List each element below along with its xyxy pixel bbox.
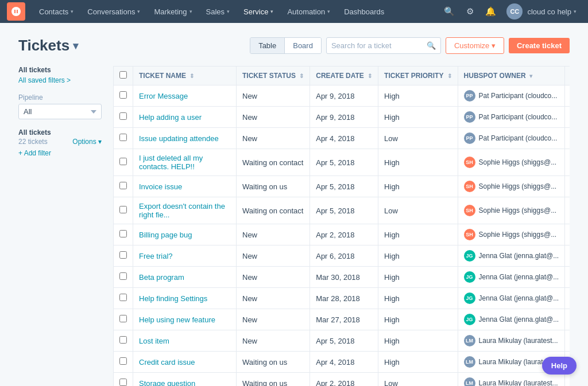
ticket-status-cell: Waiting on us <box>237 373 310 387</box>
ticket-name-cell: Help finding Settings <box>133 288 237 309</box>
ticket-name-link[interactable]: Storage question <box>139 379 195 387</box>
row-checkbox[interactable] <box>119 357 127 365</box>
ticket-name-link[interactable]: Beta program <box>139 273 184 282</box>
owner-avatar: LM <box>464 335 475 346</box>
owner-cell: LMLaura Mikulay (lauratest... <box>464 377 559 386</box>
select-all-checkbox-header[interactable] <box>114 67 133 85</box>
pipeline-select[interactable]: All Support Pipeline Sales Pipeline <box>18 104 102 119</box>
notifications-icon-button[interactable]: 🔔 <box>481 2 500 21</box>
table-header: TICKET NAME ⇕ TICKET STATUS ⇕ CREATE DAT… <box>114 67 570 85</box>
owner-avatar: PP <box>464 111 475 123</box>
ticket-status-cell: New <box>237 245 310 267</box>
ticket-name-link[interactable]: I just deleted all my contacts. HELP!! <box>139 154 203 171</box>
ticket-owner-cell: SHSophie Higgs (shiggs@... <box>458 176 565 197</box>
row-checkbox-cell <box>114 85 133 107</box>
owner-name: Sophie Higgs (shiggs@... <box>479 158 557 166</box>
nav-item-marketing[interactable]: Marketing ▾ <box>147 0 199 23</box>
owner-avatar: LM <box>464 377 475 386</box>
table-view-button[interactable]: Table <box>250 38 285 53</box>
settings-icon-button[interactable]: ⚙ <box>461 2 479 21</box>
ticket-name-link[interactable]: Billing page bug <box>139 231 192 239</box>
owner-name: Sophie Higgs (shiggs@... <box>479 231 557 239</box>
board-view-button[interactable]: Board <box>285 38 321 53</box>
search-input[interactable] <box>331 38 423 53</box>
row-checkbox[interactable] <box>119 294 127 301</box>
row-checkbox[interactable] <box>119 379 127 386</box>
nav-item-automation[interactable]: Automation ▾ <box>280 0 337 23</box>
ticket-name-cell: Issue updating attendee <box>133 128 237 149</box>
ticket-create-date-cell: Apr 4, 2018 <box>310 352 378 373</box>
ticket-priority-cell: High <box>378 85 458 107</box>
nav-item-service[interactable]: Service ▾ <box>237 0 280 23</box>
row-checkbox[interactable] <box>119 251 127 259</box>
ticket-name-link[interactable]: Export doesn't contain the right fie... <box>139 202 225 219</box>
select-all-checkbox[interactable] <box>119 71 127 79</box>
ticket-owner-cell: PPPat Participant (cloudco... <box>458 85 565 107</box>
table-row: Help using new featureNewMar 27, 2018Hig… <box>114 309 570 330</box>
row-checkbox[interactable] <box>119 230 127 237</box>
ticket-engage-cell: - <box>565 176 570 197</box>
col-header-ticket-priority[interactable]: TICKET PRIORITY ⇕ <box>378 67 458 85</box>
chevron-down-icon: ▾ <box>270 9 273 14</box>
ticket-name-link[interactable]: Issue updating attendee <box>139 134 219 143</box>
row-checkbox[interactable] <box>119 182 127 189</box>
chevron-down-icon: ▾ <box>574 9 577 14</box>
row-checkbox[interactable] <box>119 206 127 213</box>
row-checkbox[interactable] <box>119 158 127 165</box>
ticket-name-link[interactable]: Free trial? <box>139 252 173 260</box>
row-checkbox[interactable] <box>119 315 127 322</box>
row-checkbox[interactable] <box>119 272 127 280</box>
owner-cell: JGJenna Glat (jenna.glat@... <box>464 293 559 304</box>
ticket-name-link[interactable]: Lost item <box>139 337 169 345</box>
owner-avatar: JG <box>464 250 475 262</box>
ticket-priority-cell: Low <box>378 197 458 224</box>
ticket-owner-cell: SHSophie Higgs (shiggs@... <box>458 149 565 176</box>
help-button[interactable]: Help <box>542 357 577 375</box>
ticket-name-cell: Invoice issue <box>133 176 237 197</box>
options-link[interactable]: Options ▾ <box>72 138 102 146</box>
ticket-owner-cell: SHSophie Higgs (shiggs@... <box>458 197 565 224</box>
svg-point-0 <box>11 7 21 16</box>
ticket-owner-cell: LMLaura Mikulay (lauratest... <box>458 373 565 387</box>
nav-item-sales[interactable]: Sales ▾ <box>199 0 237 23</box>
search-icon-button[interactable]: 🔍 <box>440 2 458 21</box>
col-header-create-date[interactable]: CREATE DATE ⇕ <box>310 67 378 85</box>
search-icon: 🔍 <box>427 41 436 50</box>
customize-button[interactable]: Customize ▾ <box>446 37 504 54</box>
nav-item-conversations[interactable]: Conversations ▾ <box>80 0 147 23</box>
ticket-name-link[interactable]: Invoice issue <box>139 182 182 191</box>
ticket-status-cell: New <box>237 267 310 288</box>
account-menu[interactable]: CC cloud co help ▾ <box>502 0 581 23</box>
saved-filters-link[interactable]: All saved filters > <box>18 76 102 84</box>
ticket-name-link[interactable]: Credit card issue <box>139 358 195 366</box>
tickets-table-area: TICKET NAME ⇕ TICKET STATUS ⇕ CREATE DAT… <box>113 66 570 386</box>
create-ticket-button[interactable]: Create ticket <box>509 38 570 53</box>
ticket-name-link[interactable]: Help using new feature <box>139 315 215 324</box>
page-title-dropdown-icon[interactable]: ▾ <box>73 40 78 52</box>
ticket-name-link[interactable]: Help finding Settings <box>139 294 207 303</box>
add-filter-link[interactable]: + Add filter <box>18 149 102 157</box>
hubspot-logo[interactable] <box>7 2 25 21</box>
ticket-create-date-cell: Apr 4, 2018 <box>310 128 378 149</box>
row-checkbox[interactable] <box>119 134 127 141</box>
ticket-name-link[interactable]: Help adding a user <box>139 113 202 122</box>
nav-item-contacts[interactable]: Contacts ▾ <box>32 0 80 23</box>
col-header-hubspot-owner[interactable]: HUBSPOT OWNER ▾ <box>458 67 565 85</box>
ticket-create-date-cell: Apr 2, 2018 <box>310 373 378 387</box>
owner-name: Laura Mikulay (lauratest... <box>479 337 558 345</box>
col-header-ticket-name[interactable]: TICKET NAME ⇕ <box>133 67 237 85</box>
col-header-ticket-status[interactable]: TICKET STATUS ⇕ <box>237 67 310 85</box>
ticket-create-date-cell: Apr 9, 2018 <box>310 107 378 128</box>
row-checkbox-cell <box>114 128 133 149</box>
ticket-status-cell: New <box>237 224 310 245</box>
table-row: Credit card issueWaiting on usApr 4, 201… <box>114 352 570 373</box>
ticket-name-cell: Beta program <box>133 267 237 288</box>
row-checkbox[interactable] <box>119 91 127 99</box>
col-header-last-engage[interactable]: DATE OF LAST ENGAGE... ⇕ <box>565 67 570 85</box>
owner-name: Laura Mikulay (lauratest... <box>479 379 558 386</box>
ticket-create-date-cell: Apr 2, 2018 <box>310 224 378 245</box>
nav-item-dashboards[interactable]: Dashboards <box>337 0 391 23</box>
ticket-name-link[interactable]: Error Message <box>139 92 188 100</box>
row-checkbox[interactable] <box>119 336 127 344</box>
row-checkbox[interactable] <box>119 112 127 120</box>
